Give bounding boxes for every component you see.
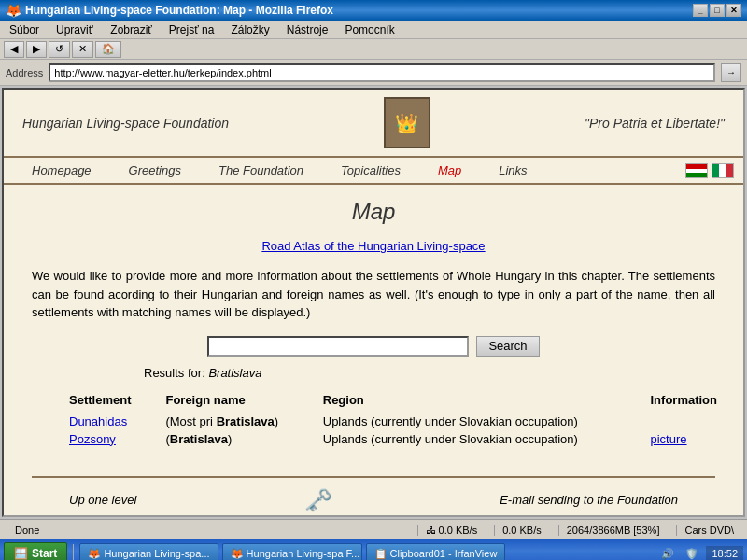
system-tray: 🔊 🛡️ 18:52: [657, 546, 743, 560]
start-button[interactable]: 🪟 Start: [4, 542, 67, 560]
search-input[interactable]: [207, 336, 469, 357]
table-row: Pozsony (Bratislava) Uplands (currently …: [60, 430, 743, 448]
atlas-link-anchor[interactable]: Road Atlas of the Hungarian Living-space: [261, 239, 485, 253]
settlement-link-1[interactable]: Dunahidas: [69, 414, 127, 428]
menu-bar: Súbor Upravit' Zobraziť Prejsť na Záložk…: [0, 21, 747, 39]
table-header-row: Settlement Foreign name Region Informati…: [60, 391, 743, 413]
taskbar-item-3[interactable]: 📋 Clipboard01 - IrfanView: [366, 543, 506, 560]
cell-info-1: [641, 413, 744, 430]
menu-zalozky[interactable]: Záložky: [227, 22, 273, 37]
title-bar: 🦊 Hungarian Living-space Foundation: Map…: [0, 0, 747, 21]
email-link[interactable]: E-mail sending to the Foundation: [500, 493, 678, 507]
taskbar-separator: [73, 544, 74, 560]
browser-content: Hungarian Living-space Foundation 👑 "Pro…: [2, 88, 745, 517]
motto: "Pro Patria et Libertate!": [585, 116, 725, 131]
home-button[interactable]: 🏠: [95, 41, 121, 58]
table-row: Dunahidas (Most pri Bratislava) Uplands …: [60, 413, 743, 430]
cell-foreign-2: (Bratislava): [156, 430, 313, 448]
reload-button[interactable]: ↺: [49, 41, 70, 58]
network-speed-1: 🖧 0.0 KB/s: [417, 525, 486, 536]
picture-link[interactable]: picture: [651, 432, 687, 446]
clock: 18:52: [706, 546, 743, 560]
taskbar-icon-2: 🦊: [231, 548, 244, 560]
language-flags: [685, 163, 734, 178]
back-button[interactable]: ◀: [4, 41, 24, 58]
coat-of-arms: 👑: [384, 97, 430, 148]
col-region: Region: [314, 391, 641, 413]
nav-greetings[interactable]: Greetings: [110, 161, 200, 179]
tray-security-icon: 🛡️: [682, 548, 702, 560]
taskbar-item-2[interactable]: 🦊 Hungarian Living-spa F...: [222, 543, 362, 560]
atlas-link: Road Atlas of the Hungarian Living-space: [32, 239, 715, 253]
nav-homepage[interactable]: Homepage: [13, 161, 110, 179]
org-name: Hungarian Living-space Foundation: [22, 116, 229, 131]
results-label: Results for: Bratislava: [32, 366, 715, 380]
tray-network-icon: 🔊: [657, 548, 678, 560]
window-title: Hungarian Living-space Foundation: Map -…: [25, 4, 333, 17]
status-bar: Done 🖧 0.0 KB/s 0.0 KB/s 2064/3866MB [53…: [0, 519, 747, 539]
menu-prejstna[interactable]: Prejsť na: [165, 22, 218, 37]
foreign-bold-1: Bratislava: [217, 414, 275, 428]
menu-pomocnik[interactable]: Pomocník: [341, 22, 398, 37]
network-icon: 🖧: [426, 525, 436, 536]
cell-settlement-2: Pozsony: [60, 430, 156, 448]
taskbar: 🪟 Start 🦊 Hungarian Living-spa... 🦊 Hung…: [0, 539, 747, 560]
up-level-link[interactable]: Up one level: [69, 493, 136, 507]
search-row: Search: [32, 336, 715, 357]
col-foreign-name: Foreign name: [156, 391, 313, 413]
settlement-link-2[interactable]: Pozsony: [69, 432, 116, 446]
menu-nastroje[interactable]: Nástroje: [283, 22, 332, 37]
cell-info-2: picture: [641, 430, 744, 448]
stop-button[interactable]: ✕: [72, 41, 93, 58]
taskbar-item-1[interactable]: 🦊 Hungarian Living-spa...: [79, 543, 218, 560]
col-settlement: Settlement: [60, 391, 156, 413]
results-table: Settlement Foreign name Region Informati…: [60, 391, 743, 448]
close-button[interactable]: ✕: [726, 4, 741, 17]
nav-map[interactable]: Map: [419, 161, 480, 179]
page-header: Hungarian Living-space Foundation 👑 "Pro…: [4, 90, 743, 158]
col-information: Information: [641, 391, 744, 413]
maximize-button[interactable]: □: [710, 4, 725, 17]
address-input[interactable]: [49, 63, 715, 82]
search-button[interactable]: Search: [476, 336, 539, 357]
minimize-button[interactable]: _: [693, 4, 708, 17]
cell-region-2: Uplands (currently under Slovakian occup…: [314, 430, 641, 448]
main-content: Map Road Atlas of the Hungarian Living-s…: [4, 185, 743, 517]
nav-bar: Homepage Greetings The Foundation Topica…: [4, 158, 743, 185]
menu-upravit[interactable]: Upravit': [52, 22, 97, 37]
menu-subor[interactable]: Súbor: [6, 22, 43, 37]
start-icon: 🪟: [14, 547, 28, 560]
menu-zobrazit[interactable]: Zobraziť: [106, 22, 156, 37]
flag-hungarian[interactable]: [685, 163, 708, 178]
memory-usage: 2064/3866MB [53%]: [558, 525, 668, 536]
page-footer: Up one level 🗝️ E-mail sending to the Fo…: [32, 476, 715, 518]
go-button[interactable]: →: [721, 63, 741, 82]
browser-icon: 🦊: [6, 3, 21, 18]
status-done: Done: [6, 525, 49, 536]
taskbar-icon-3: 📋: [374, 548, 388, 560]
media-info: Cars DVD\: [676, 525, 741, 536]
nav-foundation[interactable]: The Foundation: [200, 161, 322, 179]
nav-topicalities[interactable]: Topicalities: [322, 161, 419, 179]
forward-button[interactable]: ▶: [26, 41, 47, 58]
cell-settlement-1: Dunahidas: [60, 413, 156, 430]
footer-icon: 🗝️: [304, 487, 332, 513]
nav-links[interactable]: Links: [480, 161, 545, 179]
cell-region-1: Uplands (currently under Slovakian occup…: [314, 413, 641, 430]
description: We would like to provide more and more i…: [32, 267, 715, 322]
toolbar: ◀ ▶ ↺ ✕ 🏠: [0, 39, 747, 60]
page-title: Map: [32, 199, 715, 225]
cell-foreign-1: (Most pri Bratislava): [156, 413, 313, 430]
window-controls[interactable]: _ □ ✕: [693, 4, 741, 17]
flag-italian[interactable]: [712, 163, 734, 178]
network-speed-2: 0.0 KB/s: [494, 525, 549, 536]
address-bar: Address →: [0, 60, 747, 86]
foreign-bold-2: Bratislava: [170, 432, 228, 446]
taskbar-icon-1: 🦊: [88, 548, 101, 560]
